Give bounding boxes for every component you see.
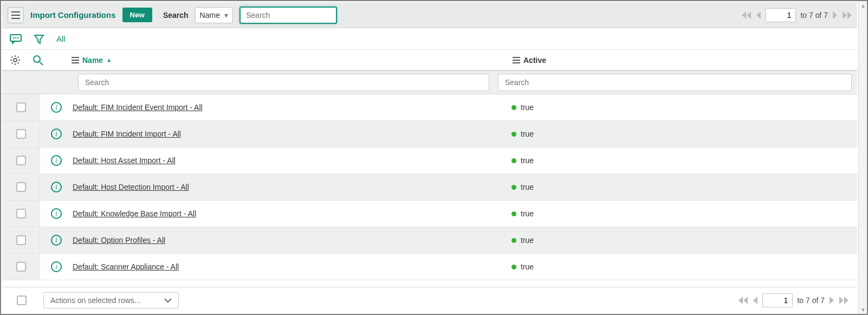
row-checkbox[interactable] bbox=[16, 209, 26, 218]
info-icon[interactable]: i bbox=[51, 155, 62, 166]
filter-icon[interactable] bbox=[34, 34, 44, 44]
info-icon[interactable]: i bbox=[51, 235, 62, 246]
info-icon[interactable]: i bbox=[51, 261, 62, 272]
row-active-value: true bbox=[521, 209, 534, 218]
column-header-name[interactable]: Name ▲ bbox=[72, 56, 112, 65]
name-column-search[interactable] bbox=[78, 74, 489, 91]
next-page-button[interactable] bbox=[829, 297, 834, 304]
row-checkbox[interactable] bbox=[16, 262, 26, 272]
row-active-value: true bbox=[521, 103, 534, 112]
row-name-link[interactable]: Default: Scanner Appliance - All bbox=[73, 262, 179, 271]
svg-rect-10 bbox=[72, 57, 79, 58]
menu-button[interactable] bbox=[8, 7, 24, 23]
search-label: Search bbox=[163, 11, 189, 20]
column-name-label: Name bbox=[82, 56, 103, 65]
row-checkbox[interactable] bbox=[16, 235, 26, 245]
svg-point-7 bbox=[14, 59, 17, 62]
status-dot-icon bbox=[511, 105, 516, 110]
page-range: to 7 of 7 bbox=[797, 296, 825, 305]
svg-rect-0 bbox=[11, 11, 20, 12]
svg-point-6 bbox=[17, 37, 19, 38]
page-input[interactable] bbox=[766, 8, 796, 22]
info-icon[interactable]: i bbox=[51, 182, 62, 192]
page-range: to 7 of 7 bbox=[800, 11, 828, 20]
row-active-value: true bbox=[521, 236, 534, 245]
last-page-button[interactable] bbox=[839, 297, 848, 304]
scroll-down-icon[interactable]: ▼ bbox=[859, 305, 867, 314]
new-button[interactable]: New bbox=[122, 8, 152, 22]
status-dot-icon bbox=[511, 265, 516, 269]
settings-button[interactable] bbox=[10, 55, 21, 66]
table-row: i Default: Host Detection Import - All t… bbox=[2, 174, 857, 201]
row-checkbox[interactable] bbox=[16, 129, 26, 139]
svg-rect-15 bbox=[513, 62, 520, 63]
row-name-link[interactable]: Default: FIM Incident Event Import - All bbox=[73, 103, 203, 112]
row-active-value: true bbox=[521, 130, 534, 138]
sort-asc-icon: ▲ bbox=[106, 57, 112, 63]
status-dot-icon bbox=[511, 185, 516, 190]
actions-placeholder: Actions on selected rows... bbox=[50, 296, 141, 305]
chevron-down-icon bbox=[164, 298, 172, 303]
filter-bar: All bbox=[2, 28, 857, 50]
hamburger-icon bbox=[11, 11, 20, 19]
chat-icon[interactable] bbox=[10, 34, 22, 44]
select-all-checkbox[interactable] bbox=[17, 295, 27, 305]
page-input[interactable] bbox=[762, 293, 793, 307]
table-row: i Default: Option Profiles - All true bbox=[2, 227, 857, 254]
status-dot-icon bbox=[511, 238, 516, 243]
row-name-link[interactable]: Default: Host Detection Import - All bbox=[73, 183, 189, 191]
footer: Actions on selected rows... to 7 of 7 bbox=[2, 287, 857, 313]
column-menu-icon bbox=[513, 57, 520, 63]
column-search-button[interactable] bbox=[33, 55, 43, 66]
active-column-search[interactable] bbox=[498, 74, 852, 91]
chevron-down-icon: ▾ bbox=[224, 11, 228, 20]
row-name-link[interactable]: Default: Option Profiles - All bbox=[73, 236, 165, 245]
prev-page-button[interactable] bbox=[756, 11, 761, 19]
info-icon[interactable]: i bbox=[51, 128, 62, 139]
svg-rect-1 bbox=[11, 15, 20, 16]
row-checkbox[interactable] bbox=[16, 102, 26, 112]
first-page-button[interactable] bbox=[742, 11, 752, 19]
row-name-link[interactable]: Default: FIM Incident Import - All bbox=[73, 130, 181, 138]
status-dot-icon bbox=[511, 132, 516, 137]
status-dot-icon bbox=[511, 158, 516, 163]
filter-all-link[interactable]: All bbox=[56, 34, 66, 43]
info-icon[interactable]: i bbox=[51, 208, 62, 219]
row-checkbox[interactable] bbox=[16, 182, 26, 192]
svg-rect-11 bbox=[72, 60, 79, 61]
search-input[interactable] bbox=[239, 7, 337, 24]
scroll-up-icon[interactable]: ▲ bbox=[859, 1, 867, 10]
data-rows: i Default: FIM Incident Event Import - A… bbox=[2, 94, 857, 287]
table-row: i Default: FIM Incident Import - All tru… bbox=[2, 121, 857, 147]
search-field-value: Name bbox=[200, 11, 220, 20]
column-header: Name ▲ Active bbox=[2, 50, 857, 70]
row-checkbox[interactable] bbox=[16, 156, 26, 165]
column-active-label: Active bbox=[523, 56, 546, 65]
svg-point-4 bbox=[13, 37, 15, 38]
next-page-button[interactable] bbox=[832, 11, 838, 19]
info-icon[interactable]: i bbox=[51, 102, 62, 113]
column-menu-icon bbox=[72, 57, 79, 63]
actions-select[interactable]: Actions on selected rows... bbox=[43, 292, 179, 308]
toolbar: Import Configurations New Search Name ▾ … bbox=[2, 2, 857, 28]
table-row: i Default: Host Asset Import - All true bbox=[2, 147, 857, 174]
first-page-button[interactable] bbox=[739, 297, 748, 304]
svg-point-8 bbox=[34, 56, 40, 62]
svg-line-9 bbox=[40, 62, 43, 65]
svg-rect-2 bbox=[11, 18, 20, 19]
svg-rect-12 bbox=[72, 62, 79, 63]
svg-rect-13 bbox=[513, 57, 520, 58]
column-search-row bbox=[2, 70, 857, 94]
search-field-select[interactable]: Name ▾ bbox=[195, 7, 233, 23]
row-active-value: true bbox=[521, 156, 534, 165]
column-header-active[interactable]: Active bbox=[513, 56, 546, 65]
table-row: i Default: FIM Incident Event Import - A… bbox=[2, 94, 857, 121]
prev-page-button[interactable] bbox=[753, 297, 758, 304]
outer-scrollbar[interactable]: ▲ ▼ bbox=[858, 1, 867, 314]
row-name-link[interactable]: Default: Knowledge Base Import - All bbox=[73, 209, 196, 218]
pager-top: to 7 of 7 bbox=[742, 8, 852, 22]
row-name-link[interactable]: Default: Host Asset Import - All bbox=[73, 156, 176, 165]
last-page-button[interactable] bbox=[842, 11, 852, 19]
svg-point-5 bbox=[15, 37, 17, 38]
page-title: Import Configurations bbox=[30, 10, 116, 20]
